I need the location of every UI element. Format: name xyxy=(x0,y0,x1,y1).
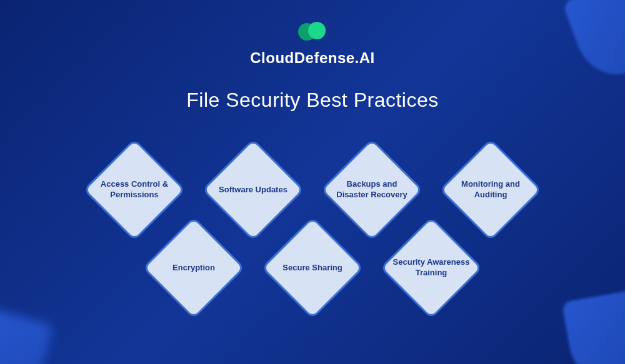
diagram-container: Access Control & Permissions Software Up… xyxy=(0,140,625,318)
practice-item-security-training: Security Awareness Training xyxy=(381,218,481,318)
practice-label: Security Awareness Training xyxy=(391,257,472,278)
practice-label: Software Updates xyxy=(219,185,288,195)
practice-item-encryption: Encryption xyxy=(144,218,244,318)
diagram-row-2: Encryption Secure Sharing Security Aware… xyxy=(0,218,625,318)
practice-label: Backups and Disaster Recovery xyxy=(331,179,412,200)
header: CloudDefense.AI xyxy=(0,0,625,67)
practice-label: Secure Sharing xyxy=(282,263,342,273)
page-title: File Security Best Practices xyxy=(0,89,625,112)
practice-label: Encryption xyxy=(172,263,215,273)
brand-logo-icon xyxy=(297,22,328,42)
practice-item-secure-sharing: Secure Sharing xyxy=(262,218,362,318)
brand-name: CloudDefense.AI xyxy=(0,49,625,67)
practice-label: Monitoring and Auditing xyxy=(450,179,531,200)
practice-label: Access Control & Permissions xyxy=(94,179,175,200)
